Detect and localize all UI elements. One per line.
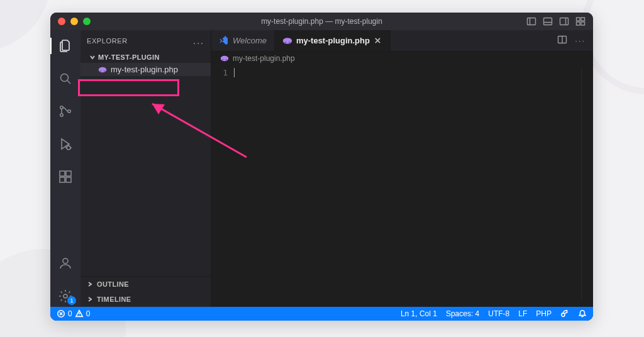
- toggle-secondary-sidebar-icon[interactable]: [559, 16, 569, 26]
- status-errors-count: 0: [68, 309, 72, 318]
- svg-point-29: [283, 38, 292, 44]
- svg-point-37: [222, 59, 224, 61]
- vscode-icon: [219, 36, 229, 46]
- titlebar: my-test-plugin.php — my-test-plugin: [50, 13, 593, 30]
- toggle-primary-sidebar-icon[interactable]: [526, 16, 536, 26]
- sidebar-outline-section[interactable]: OUTLINE: [80, 277, 211, 292]
- chevron-down-icon: [89, 54, 96, 60]
- svg-rect-6: [577, 18, 580, 21]
- status-bar: 0 0 Ln 1, Col 1 Spaces: 4 UTF-8 LF PHP: [50, 307, 593, 321]
- window-maximize-button[interactable]: [83, 18, 91, 25]
- svg-point-44: [562, 313, 565, 316]
- svg-line-11: [67, 80, 70, 84]
- breadcrumb-file: my-test-plugin.php: [233, 54, 295, 63]
- svg-rect-7: [581, 18, 585, 21]
- svg-point-12: [60, 106, 63, 109]
- sidebar-outline-label: OUTLINE: [97, 280, 129, 288]
- chevron-right-icon: [87, 281, 93, 287]
- php-file-icon: [220, 55, 229, 62]
- split-editor-icon[interactable]: [557, 35, 567, 47]
- activity-accounts-icon[interactable]: [50, 253, 80, 274]
- activity-explorer-icon[interactable]: [50, 35, 80, 57]
- vscode-window: my-test-plugin.php — my-test-plugin: [50, 13, 593, 321]
- sidebar-explorer: EXPLORER ... MY-TEST-PLUGIN my-test-plug…: [80, 30, 211, 307]
- svg-rect-0: [528, 18, 536, 25]
- svg-rect-22: [66, 177, 71, 182]
- svg-point-38: [225, 59, 227, 61]
- php-file-icon: [282, 37, 292, 45]
- breadcrumb[interactable]: my-test-plugin.php: [211, 52, 593, 65]
- svg-point-31: [289, 41, 291, 43]
- svg-rect-9: [581, 22, 585, 25]
- svg-rect-8: [577, 22, 580, 25]
- tab-close-button[interactable]: [374, 36, 382, 45]
- editor-more-icon[interactable]: ···: [575, 36, 586, 45]
- tab-welcome-label: Welcome: [233, 36, 267, 45]
- status-notifications-icon[interactable]: [578, 309, 587, 318]
- line-number: 1: [211, 68, 228, 77]
- svg-point-16: [67, 146, 70, 150]
- customize-layout-icon[interactable]: [575, 16, 586, 26]
- svg-point-25: [64, 294, 67, 298]
- sidebar-folder-header[interactable]: MY-TEST-PLUGIN: [80, 52, 211, 63]
- svg-point-28: [103, 70, 105, 72]
- activity-search-icon[interactable]: [50, 68, 80, 89]
- status-cursor-position[interactable]: Ln 1, Col 1: [401, 309, 437, 318]
- status-encoding[interactable]: UTF-8: [488, 309, 509, 318]
- manage-badge: 1: [67, 296, 76, 305]
- sidebar-folder-name: MY-TEST-PLUGIN: [98, 53, 160, 61]
- activity-manage-icon[interactable]: 1: [50, 285, 80, 307]
- window-title: my-test-plugin.php — my-test-plugin: [50, 17, 593, 26]
- svg-rect-21: [60, 177, 65, 182]
- svg-point-30: [284, 41, 286, 43]
- sidebar-timeline-section[interactable]: TIMELINE: [80, 292, 211, 307]
- php-file-icon: [98, 66, 107, 74]
- sidebar-file-label: my-test-plugin.php: [111, 65, 178, 74]
- svg-point-43: [79, 315, 79, 316]
- tab-welcome[interactable]: Welcome: [211, 30, 275, 51]
- tab-file-label: my-test-plugin.php: [296, 36, 370, 45]
- svg-rect-4: [560, 18, 569, 25]
- editor-tabs: Welcome my-test-plugin.php ···: [211, 30, 593, 52]
- svg-point-27: [100, 70, 102, 72]
- svg-rect-2: [544, 18, 552, 25]
- status-feedback-icon[interactable]: [560, 309, 569, 318]
- code-line[interactable]: [234, 68, 593, 78]
- sidebar-title: EXPLORER: [87, 37, 128, 45]
- activity-extensions-icon[interactable]: [50, 166, 80, 187]
- tab-file[interactable]: my-test-plugin.php: [275, 30, 391, 51]
- code-editor[interactable]: 1: [211, 65, 593, 307]
- toggle-panel-icon[interactable]: [543, 16, 553, 26]
- window-close-button[interactable]: [58, 18, 65, 25]
- svg-point-24: [63, 258, 68, 263]
- status-eol[interactable]: LF: [518, 309, 527, 318]
- annotation-highlight-box: [78, 79, 179, 96]
- status-warnings-count: 0: [86, 309, 91, 318]
- svg-point-26: [99, 67, 107, 72]
- svg-point-13: [60, 114, 63, 116]
- chevron-right-icon: [87, 296, 93, 302]
- svg-point-10: [61, 74, 69, 82]
- sidebar-timeline-label: TIMELINE: [97, 296, 131, 303]
- sidebar-more-button[interactable]: ...: [193, 36, 204, 46]
- svg-point-14: [68, 110, 70, 113]
- editor-area: Welcome my-test-plugin.php ···: [211, 30, 593, 307]
- svg-point-36: [221, 56, 229, 61]
- activity-run-debug-icon[interactable]: [50, 133, 80, 155]
- sidebar-file-item[interactable]: my-test-plugin.php: [80, 63, 211, 76]
- status-problems[interactable]: 0 0: [57, 309, 90, 318]
- svg-rect-20: [60, 171, 65, 176]
- window-minimize-button[interactable]: [70, 18, 78, 25]
- svg-rect-23: [66, 171, 71, 176]
- activity-bar: 1: [50, 30, 80, 307]
- activity-source-control-icon[interactable]: [50, 101, 80, 122]
- status-indentation[interactable]: Spaces: 4: [446, 309, 479, 318]
- status-language-mode[interactable]: PHP: [536, 309, 552, 318]
- line-number-gutter: 1: [211, 65, 234, 307]
